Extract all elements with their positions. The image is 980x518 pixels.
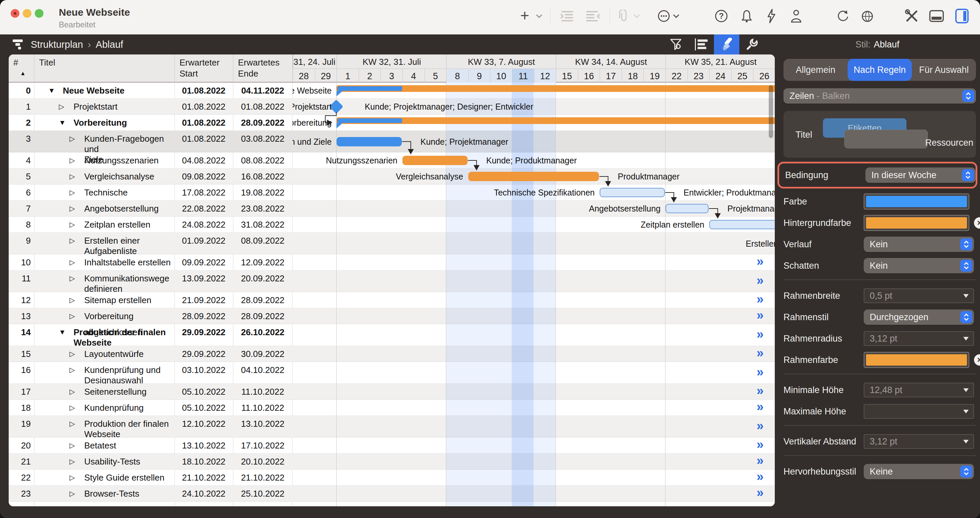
add-menu-chevron-icon[interactable] bbox=[534, 7, 544, 25]
empty-label-chip[interactable] bbox=[844, 130, 928, 148]
breadcrumb-strukturplan[interactable]: Strukturplan bbox=[31, 39, 83, 50]
week-header-cell[interactable]: KW 33, 7. August bbox=[446, 54, 556, 68]
day-header-cell[interactable]: 28 bbox=[293, 69, 315, 83]
day-header-cell[interactable]: 16 bbox=[578, 69, 600, 83]
popup-button-hervorhebungsstil[interactable]: Keine bbox=[864, 464, 974, 479]
more-menu-chevron-icon[interactable] bbox=[671, 7, 681, 25]
more-icon[interactable] bbox=[655, 7, 673, 25]
day-header-cell[interactable]: 3 bbox=[380, 69, 402, 83]
week-header-cell[interactable]: KW 31, 24. Juli bbox=[293, 54, 337, 68]
disclosure-open-icon[interactable]: ▼ bbox=[48, 83, 55, 99]
popup-button-rahmenstil[interactable]: Durchgezogen bbox=[864, 310, 974, 325]
disclosure-closed-icon[interactable]: ▷ bbox=[70, 453, 75, 470]
day-header-cell[interactable]: 19 bbox=[643, 69, 665, 83]
publish-globe-icon[interactable] bbox=[859, 7, 877, 25]
disclosure-closed-icon[interactable]: ▷ bbox=[70, 362, 75, 378]
day-header-cell[interactable]: 25 bbox=[731, 69, 753, 83]
day-header-cell[interactable]: 8 bbox=[446, 69, 468, 83]
outline-view-icon[interactable] bbox=[689, 35, 714, 54]
add-icon[interactable]: + bbox=[516, 7, 533, 25]
disclosure-closed-icon[interactable]: ▷ bbox=[70, 346, 75, 362]
right-panel-toggle-icon[interactable] bbox=[953, 7, 970, 25]
column-header[interactable]: Erwarteter Start bbox=[175, 54, 233, 83]
day-header-cell[interactable]: 18 bbox=[622, 69, 644, 83]
combo-field-minimale höhe[interactable]: 12,48 pt bbox=[864, 383, 974, 397]
day-header-cell[interactable]: 29 bbox=[315, 69, 337, 83]
disclosure-closed-icon[interactable]: ▷ bbox=[70, 200, 75, 216]
day-header-cell[interactable]: 24 bbox=[709, 69, 731, 83]
disclosure-closed-icon[interactable]: ▷ bbox=[70, 292, 75, 308]
activity-bolt-icon[interactable] bbox=[763, 7, 780, 25]
target-popup[interactable]: Zeilen - Balken bbox=[783, 88, 976, 103]
combo-field-rahmenradius[interactable]: 3,12 pt bbox=[864, 331, 974, 346]
combo-field-maximale höhe[interactable] bbox=[864, 404, 974, 419]
disclosure-closed-icon[interactable]: ▷ bbox=[59, 99, 64, 114]
zoom-button[interactable] bbox=[35, 9, 43, 18]
disclosure-closed-icon[interactable]: ▷ bbox=[70, 486, 75, 502]
disclosure-closed-icon[interactable]: ▷ bbox=[70, 437, 75, 453]
popup-button-bedingung[interactable]: In dieser Woche bbox=[865, 167, 976, 183]
disclosure-closed-icon[interactable]: ▷ bbox=[70, 384, 75, 400]
disclosure-closed-icon[interactable]: ▷ bbox=[70, 216, 75, 233]
day-header-cell[interactable]: 1 bbox=[337, 69, 359, 83]
day-header-cell[interactable]: 11 bbox=[512, 69, 534, 83]
disclosure-closed-icon[interactable]: ▷ bbox=[70, 270, 75, 286]
day-header-cell[interactable]: 12 bbox=[534, 69, 556, 83]
settings-wrench-icon[interactable] bbox=[739, 35, 765, 54]
disclosure-closed-icon[interactable]: ▷ bbox=[70, 416, 75, 432]
disclosure-closed-icon[interactable]: ▷ bbox=[70, 308, 75, 324]
day-header-cell[interactable]: 22 bbox=[665, 69, 687, 83]
style-brush-icon[interactable] bbox=[714, 35, 739, 54]
day-header-cell[interactable]: 5 bbox=[425, 69, 447, 83]
combo-field-vertikaler abstand[interactable]: 3,12 pt bbox=[864, 434, 974, 449]
remove-color-button[interactable]: ✕ bbox=[974, 217, 980, 229]
day-header-cell[interactable]: 23 bbox=[687, 69, 710, 83]
color-well-rahmenfarbe[interactable] bbox=[864, 352, 969, 368]
day-header-cell[interactable]: 2 bbox=[359, 69, 381, 83]
popup-button-verlauf[interactable]: Kein bbox=[864, 237, 974, 252]
week-header-cell[interactable]: KW 32, 31. Juli bbox=[337, 54, 446, 68]
minimize-button[interactable] bbox=[23, 9, 32, 18]
remove-color-button[interactable]: ✕ bbox=[974, 354, 980, 365]
help-icon[interactable]: ? bbox=[713, 7, 730, 25]
disclosure-closed-icon[interactable]: ▷ bbox=[70, 470, 75, 486]
tab-allgemein[interactable]: Allgemein bbox=[783, 59, 848, 81]
bottom-panel-toggle-icon[interactable] bbox=[928, 7, 945, 25]
combo-field-rahmenbreite[interactable]: 0,5 pt bbox=[864, 288, 974, 303]
resources-person-icon[interactable] bbox=[788, 7, 805, 25]
day-header-cell[interactable]: 4 bbox=[402, 69, 425, 83]
day-header-cell[interactable]: 10 bbox=[490, 69, 512, 83]
tools-icon[interactable] bbox=[903, 7, 921, 25]
day-header-cell[interactable]: 9 bbox=[468, 69, 490, 83]
filter-icon[interactable] bbox=[663, 35, 689, 54]
week-header-cell[interactable]: KW 34, 14. August bbox=[556, 54, 665, 68]
day-header-cell[interactable]: 17 bbox=[600, 69, 622, 83]
disclosure-open-icon[interactable]: ▼ bbox=[59, 114, 66, 131]
disclosure-closed-icon[interactable]: ▷ bbox=[70, 131, 75, 147]
tab-nach-regeln[interactable]: Nach Regeln bbox=[848, 59, 912, 81]
notifications-bell-icon[interactable] bbox=[738, 7, 756, 25]
inspector-row: Hintergrundfarbe✕ bbox=[783, 215, 976, 230]
color-well-farbe[interactable] bbox=[864, 194, 969, 210]
disclosure-closed-icon[interactable]: ▷ bbox=[70, 184, 75, 200]
disclosure-open-icon[interactable]: ▼ bbox=[59, 324, 66, 340]
week-header-cell[interactable]: KW 35, 21. August bbox=[665, 54, 775, 68]
disclosure-closed-icon[interactable]: ▷ bbox=[70, 168, 75, 184]
tab-fuer-auswahl[interactable]: Für Auswahl bbox=[912, 59, 976, 81]
disclosure-closed-icon[interactable]: ▷ bbox=[70, 254, 75, 270]
disclosure-closed-icon[interactable]: ▷ bbox=[70, 400, 75, 416]
close-button[interactable] bbox=[11, 9, 19, 18]
day-header-cell[interactable]: 26 bbox=[753, 69, 775, 83]
sync-icon[interactable] bbox=[834, 7, 852, 25]
day-header-cell[interactable]: 15 bbox=[556, 69, 578, 83]
vertical-scrollbar-thumb[interactable] bbox=[769, 85, 773, 138]
breadcrumb-ablauf[interactable]: Ablauf bbox=[95, 39, 123, 50]
disclosure-closed-icon[interactable]: ▷ bbox=[70, 233, 75, 249]
column-header[interactable]: #▲ bbox=[9, 54, 34, 83]
color-well-hintergrundfarbe[interactable] bbox=[864, 215, 969, 231]
column-header[interactable]: Titel bbox=[34, 54, 175, 83]
popup-button-schatten[interactable]: Kein bbox=[864, 258, 974, 273]
task-title: Kundenprüfung und Designauswahl bbox=[84, 362, 173, 386]
column-header[interactable]: Erwartetes Ende bbox=[233, 54, 293, 83]
disclosure-closed-icon[interactable]: ▷ bbox=[70, 153, 75, 168]
